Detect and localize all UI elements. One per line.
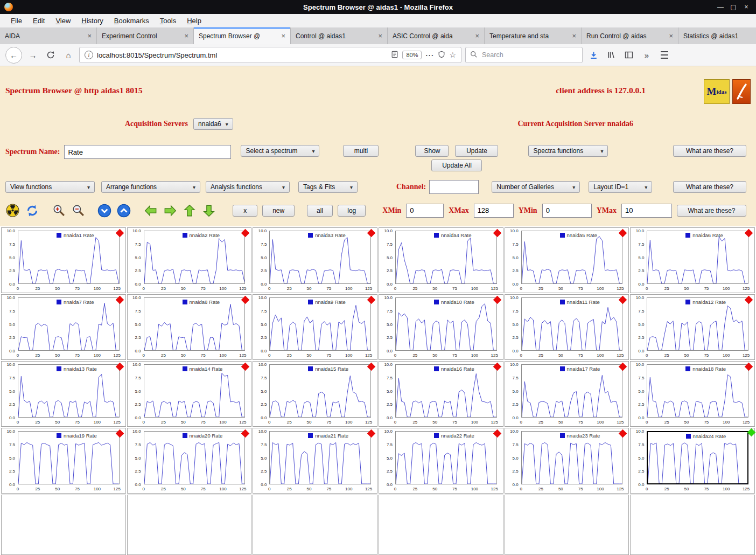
- plot-area[interactable]: nnaida20 Rate: [144, 431, 246, 484]
- spectrum-panel-3[interactable]: 10.07.55.02.50.0nnaida3 Rate025507510012…: [253, 227, 377, 293]
- close-button[interactable]: ×: [741, 3, 752, 11]
- multi-button[interactable]: multi: [343, 145, 379, 157]
- library-icon[interactable]: [604, 48, 618, 62]
- spectrum-panel-20[interactable]: 10.07.55.02.50.0nnaida20 Rate02550751001…: [127, 428, 252, 494]
- spectrum-panel-7[interactable]: 10.07.55.02.50.0nnaida7 Rate025507510012…: [1, 294, 126, 360]
- plot-area[interactable]: nnaida19 Rate: [18, 431, 120, 484]
- ymax-input[interactable]: [621, 204, 672, 218]
- tab-close-icon[interactable]: ×: [281, 32, 285, 40]
- refresh-icon[interactable]: [25, 203, 39, 218]
- spectrum-panel-21[interactable]: 10.07.55.02.50.0nnaida21 Rate02550751001…: [253, 428, 377, 494]
- forward-button[interactable]: →: [26, 48, 40, 62]
- select-spectrum-dropdown[interactable]: Select a spectrum ▾: [241, 145, 319, 157]
- spectrum-panel-10[interactable]: 10.07.55.02.50.0nnaida10 Rate02550751001…: [379, 294, 503, 360]
- zoom-indicator[interactable]: 80%: [402, 51, 422, 59]
- ymin-input[interactable]: [542, 204, 592, 218]
- view-functions-dropdown[interactable]: View functions ▾: [5, 181, 95, 193]
- spectrum-panel-24[interactable]: 10.07.55.02.50.0nnaida24 Rate02550751001…: [630, 428, 755, 494]
- tab-run-control-aidas[interactable]: Run Control @ aidas×: [582, 27, 678, 44]
- tab-aida[interactable]: AIDA×: [0, 27, 97, 44]
- radiation-icon[interactable]: [5, 203, 20, 218]
- tab-statistics-aidas1[interactable]: Statistics @ aidas1×: [678, 27, 756, 44]
- plot-area[interactable]: nnaida2 Rate: [144, 231, 246, 284]
- menu-view[interactable]: View: [50, 16, 76, 26]
- zoom-out-icon[interactable]: [71, 203, 86, 218]
- plot-area[interactable]: nnaida23 Rate: [521, 431, 623, 484]
- analysis-functions-dropdown[interactable]: Analysis functions ▾: [206, 181, 290, 193]
- what-are-these-button-3[interactable]: What are these?: [677, 205, 746, 217]
- spectrum-panel-18[interactable]: 10.07.55.02.50.0nnaida18 Rate02550751001…: [630, 361, 755, 427]
- tab-close-icon[interactable]: ×: [572, 32, 576, 40]
- zoom-in-icon[interactable]: [52, 203, 66, 218]
- plot-area[interactable]: nnaida7 Rate: [18, 297, 120, 351]
- tab-spectrum-browser[interactable]: Spectrum Browser @×: [194, 27, 291, 44]
- plot-area[interactable]: nnaida4 Rate: [395, 231, 497, 284]
- spectrum-panel-6[interactable]: 10.07.55.02.50.0nnaida6 Rate025507510012…: [630, 227, 755, 293]
- search-bar[interactable]: [465, 47, 583, 63]
- prev-arrow-icon[interactable]: [143, 203, 158, 218]
- plot-area[interactable]: nnaida10 Rate: [395, 297, 497, 351]
- spectrum-panel-1[interactable]: 10.07.55.02.50.0nnaida1 Rate025507510012…: [1, 227, 126, 293]
- menu-help[interactable]: Help: [181, 16, 207, 26]
- tab-close-icon[interactable]: ×: [475, 32, 479, 40]
- plot-area[interactable]: nnaida11 Rate: [521, 297, 623, 351]
- next-arrow-icon[interactable]: [163, 203, 177, 218]
- plot-area[interactable]: nnaida12 Rate: [647, 297, 748, 351]
- plot-area[interactable]: nnaida3 Rate: [269, 231, 371, 284]
- spectrum-panel-14[interactable]: 10.07.55.02.50.0nnaida14 Rate02550751001…: [127, 361, 252, 427]
- update-all-button[interactable]: Update All: [431, 159, 482, 171]
- spectrum-panel-4[interactable]: 10.07.55.02.50.0nnaida4 Rate025507510012…: [379, 227, 503, 293]
- scroll-down-icon[interactable]: [97, 203, 111, 218]
- plot-area[interactable]: nnaida13 Rate: [18, 364, 120, 418]
- plot-area[interactable]: nnaida18 Rate: [647, 364, 748, 418]
- number-of-galleries-dropdown[interactable]: Number of Galleries ▾: [492, 181, 580, 193]
- x-button[interactable]: x: [233, 205, 257, 217]
- arrange-functions-dropdown[interactable]: Arrange functions ▾: [101, 181, 200, 193]
- shield-icon[interactable]: [438, 51, 445, 60]
- show-button[interactable]: Show: [415, 145, 449, 157]
- up-arrow-icon[interactable]: [182, 203, 197, 218]
- menu-edit[interactable]: Edit: [27, 16, 50, 26]
- plot-area[interactable]: nnaida24 Rate: [647, 431, 748, 484]
- spectrum-panel-11[interactable]: 10.07.55.02.50.0nnaida11 Rate02550751001…: [505, 294, 629, 360]
- spectrum-panel-2[interactable]: 10.07.55.02.50.0nnaida2 Rate025507510012…: [127, 227, 252, 293]
- minimize-button[interactable]: —: [715, 3, 726, 11]
- url-text[interactable]: localhost:8015/Spectrum/Spectrum.tml: [97, 51, 217, 59]
- reader-mode-icon[interactable]: [391, 51, 398, 60]
- sidebar-icon[interactable]: [622, 48, 636, 62]
- spectrum-panel-8[interactable]: 10.07.55.02.50.0nnaida8 Rate025507510012…: [127, 294, 252, 360]
- reload-icon[interactable]: [44, 48, 58, 62]
- spectrum-panel-17[interactable]: 10.07.55.02.50.0nnaida17 Rate02550751001…: [505, 361, 629, 427]
- tab-temperature-and-sta[interactable]: Temperature and sta×: [485, 27, 582, 44]
- status-diamond-green[interactable]: [747, 428, 756, 437]
- spectrum-panel-19[interactable]: 10.07.55.02.50.0nnaida19 Rate02550751001…: [1, 428, 126, 494]
- log-button[interactable]: log: [338, 205, 366, 217]
- menu-history[interactable]: History: [76, 16, 108, 26]
- update-button[interactable]: Update: [455, 145, 498, 157]
- scroll-up-icon[interactable]: [116, 203, 131, 218]
- spectrum-panel-13[interactable]: 10.07.55.02.50.0nnaida13 Rate02550751001…: [1, 361, 126, 427]
- search-input[interactable]: [481, 51, 578, 59]
- tab-close-icon[interactable]: ×: [184, 32, 188, 40]
- plot-area[interactable]: nnaida5 Rate: [521, 231, 623, 284]
- plot-area[interactable]: nnaida8 Rate: [144, 297, 246, 351]
- spectrum-panel-23[interactable]: 10.07.55.02.50.0nnaida23 Rate02550751001…: [505, 428, 629, 494]
- downloads-icon[interactable]: [586, 48, 600, 62]
- what-are-these-button-2[interactable]: What are these?: [673, 181, 746, 193]
- new-button[interactable]: new: [262, 205, 295, 217]
- plot-area[interactable]: nnaida9 Rate: [269, 297, 371, 351]
- spectrum-panel-16[interactable]: 10.07.55.02.50.0nnaida16 Rate02550751001…: [379, 361, 503, 427]
- menu-file[interactable]: File: [5, 16, 27, 26]
- channel-input[interactable]: [429, 180, 479, 194]
- home-icon[interactable]: ⌂: [61, 48, 75, 62]
- spectrum-panel-9[interactable]: 10.07.55.02.50.0nnaida9 Rate025507510012…: [253, 294, 377, 360]
- back-button[interactable]: ←: [5, 47, 22, 64]
- spectrum-panel-15[interactable]: 10.07.55.02.50.0nnaida15 Rate02550751001…: [253, 361, 377, 427]
- plot-area[interactable]: nnaida21 Rate: [269, 431, 371, 484]
- plot-area[interactable]: nnaida22 Rate: [395, 431, 497, 484]
- overflow-chevrons-icon[interactable]: »: [640, 48, 654, 62]
- tab-control-aidas1[interactable]: Control @ aidas1×: [291, 27, 388, 44]
- hamburger-menu-icon[interactable]: [657, 48, 671, 62]
- xmax-input[interactable]: [474, 204, 514, 218]
- tab-close-icon[interactable]: ×: [378, 32, 382, 40]
